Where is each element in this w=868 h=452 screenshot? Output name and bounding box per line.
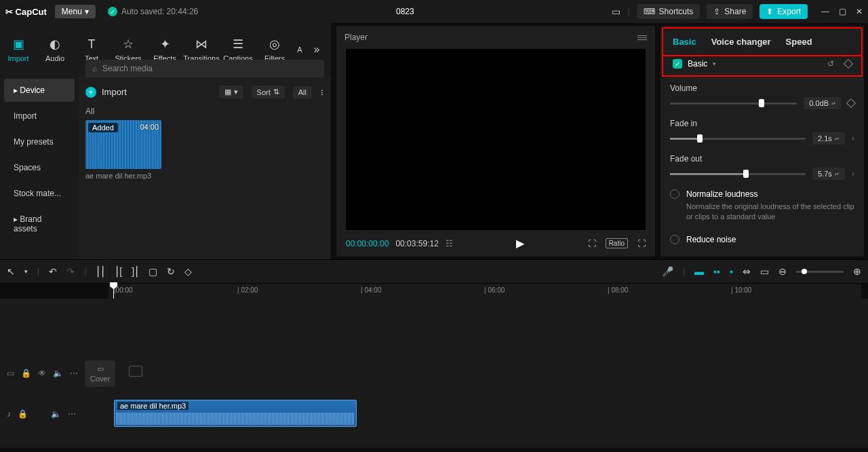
marker-tool[interactable]: ◇ [184,266,192,277]
audio-track-icon[interactable]: ♪ [7,409,11,419]
more-icon[interactable]: ⋯ [68,409,76,419]
cursor-dropdown[interactable]: ▾ [24,268,28,275]
tab-import[interactable]: ▣Import [0,23,37,76]
magnet-main-icon[interactable]: ▬ [694,266,704,277]
current-time: 00:00:00:00 [346,239,389,248]
tab-speed[interactable]: Speed [786,37,812,47]
sidebar-item-device[interactable]: ▸ Device [4,79,75,102]
search-input[interactable]: ⌕ Search media [85,60,324,77]
tabs-more[interactable]: » [307,43,327,56]
ruler-tick: | 10:00 [731,286,751,294]
autosave-text: Auto saved: 20:44:26 [121,7,198,16]
reduce-noise-checkbox[interactable] [670,235,679,244]
keyframe-icon[interactable] [846,98,856,108]
sidebar-item-presets[interactable]: My presets [4,130,75,153]
tab-voice-changer[interactable]: Voice changer [711,37,771,47]
menu-label: Menu [62,7,82,16]
video-track[interactable] [108,356,861,390]
spinner-icon[interactable]: ▴▾ [831,102,835,105]
eye-icon[interactable]: 👁 [38,369,46,378]
sort-button[interactable]: Sort ⇅ [252,86,285,98]
ruler-tick: | 08:00 [608,286,628,294]
value-text: 0.0dB [809,99,829,107]
crop-icon[interactable]: ⛶ [588,239,596,248]
share-button[interactable]: ⇪Share [707,4,753,19]
video-placeholder-icon [129,366,142,377]
fadein-value[interactable]: 2.1s▴▾ [812,132,845,145]
fadein-slider[interactable] [670,138,806,140]
media-item[interactable]: Added 04:00 ae mare dil her.mp3 [85,120,161,180]
export-button[interactable]: ⬆Export [760,4,808,19]
minimize-icon[interactable]: ― [821,7,829,16]
more-icon[interactable]: ⋯ [70,369,78,378]
video-track-icon[interactable]: ▭ [7,369,14,378]
sidebar-item-import[interactable]: Import [4,105,75,128]
split-tool[interactable]: ⎮⎮ [96,266,105,277]
magnet-clip-icon[interactable]: ▪ [730,266,733,277]
layout-icon[interactable]: ▭ [612,6,620,17]
media-filename: ae mare dil her.mp3 [85,172,161,180]
cursor-tool[interactable]: ↖ [7,266,15,277]
volume-slider[interactable] [670,102,797,105]
tab-audio[interactable]: ◐Audio [37,23,73,76]
shortcuts-button[interactable]: ⌨Shortcuts [637,4,701,19]
ruler-tick: |00:00 [114,286,133,294]
chevron-down-icon[interactable]: ▾ [713,60,716,67]
track-headers: ▭ 🔒 👁 🔈 ⋯ ▭ Cover ♪ 🔒 🔈 ⋯ [0,299,108,448]
zoom-slider[interactable] [796,271,844,273]
audio-track[interactable]: ae mare dil her.mp3 [108,397,861,431]
chevron-down-icon: ▾ [85,7,89,16]
zoom-out-icon[interactable]: ⊖ [778,266,787,277]
sidebar-item-brand[interactable]: ▸ Brand assets [4,208,75,240]
shortcuts-label: Shortcuts [659,7,694,16]
link-icon[interactable]: › [852,134,854,143]
magnet-track-icon[interactable]: ▪▪ [713,266,720,277]
trim-left-tool[interactable]: ⎮[ [115,266,122,277]
audio-clip[interactable]: ae mare dil her.mp3 [114,400,357,427]
fadeout-value[interactable]: 5.7s▴▾ [812,168,845,180]
grid-view-button[interactable]: ▦▾ [219,86,243,98]
quality-icon[interactable]: ☷ [446,239,453,248]
lock-icon[interactable]: 🔒 [18,409,28,419]
menu-button[interactable]: Menu▾ [55,5,96,18]
reverse-tool[interactable]: ↻ [167,266,175,277]
spinner-icon[interactable]: ▴▾ [835,137,839,140]
section-label: All [85,107,324,116]
basic-toggle[interactable]: ✓ [673,59,682,69]
sidebar-item-spaces[interactable]: Spaces [4,156,75,179]
filter-icon[interactable]: ⫶ [320,88,324,97]
lock-icon[interactable]: 🔒 [21,369,31,378]
player-menu-icon[interactable] [637,35,647,40]
zoom-in-icon[interactable]: ⊕ [853,266,861,277]
keyframe-icon[interactable] [844,59,853,69]
link-icon[interactable]: ⇔ [743,266,751,277]
mute-icon[interactable]: 🔈 [51,409,61,419]
maximize-icon[interactable]: ▢ [839,7,846,16]
plus-icon: + [85,87,96,98]
close-icon[interactable]: ✕ [856,7,863,16]
normalize-checkbox[interactable] [670,189,679,199]
reset-icon[interactable]: ↺ [827,59,834,69]
mic-icon[interactable]: 🎤 [662,266,673,277]
crop-tool[interactable]: ▢ [149,266,157,277]
ratio-button[interactable]: Ratio [606,238,628,248]
player-viewport[interactable] [346,49,646,230]
link-icon[interactable]: › [852,169,854,178]
sort-label: Sort [257,88,271,96]
fullscreen-icon[interactable]: ⛶ [637,239,646,248]
volume-value[interactable]: 0.0dB▴▾ [804,97,841,109]
sidebar-item-label: Brand assets [14,214,41,233]
play-button[interactable]: ▶ [516,237,524,250]
spinner-icon[interactable]: ▴▾ [835,172,839,176]
tab-basic[interactable]: Basic [673,37,696,47]
fadeout-slider[interactable] [670,173,806,175]
filter-all-button[interactable]: All [293,86,312,98]
import-button[interactable]: + Import [85,87,127,98]
preview-icon[interactable]: ▭ [760,266,769,277]
sidebar-item-stock[interactable]: Stock mate... [4,182,75,205]
redo-button[interactable]: ↷ [66,266,75,277]
undo-button[interactable]: ↶ [49,266,57,277]
timeline-ruler[interactable]: |00:00 | 02:00 | 04:00 | 06:00 | 08:00 |… [108,284,861,299]
trim-right-tool[interactable]: ]⎮ [132,266,139,277]
mute-icon[interactable]: 🔈 [53,369,63,378]
